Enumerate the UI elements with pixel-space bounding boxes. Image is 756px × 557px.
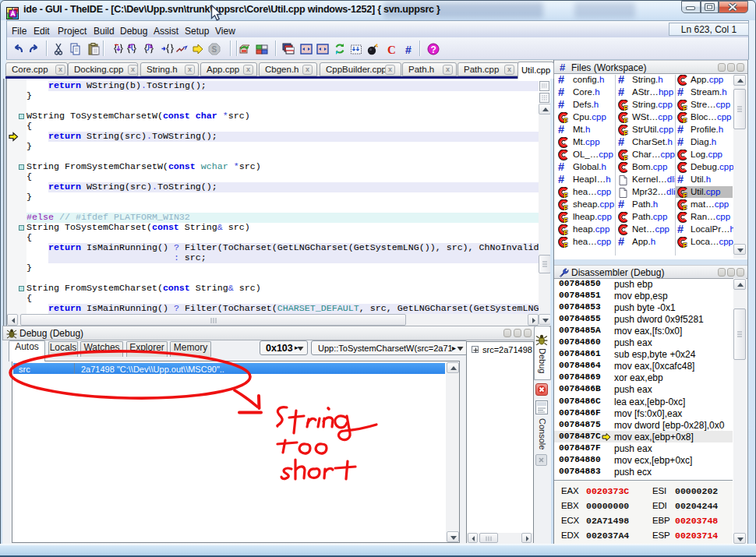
svg-text:F: F — [683, 104, 687, 111]
svg-text:F: F — [683, 117, 687, 124]
svg-text:F: F — [683, 241, 687, 249]
svg-text:F: F — [683, 192, 687, 199]
svg-text:F: F — [563, 204, 567, 211]
svg-text:C: C — [387, 44, 396, 55]
svg-text:?: ? — [431, 44, 436, 55]
svg-text:F: F — [624, 154, 627, 161]
svg-text:F: F — [563, 241, 567, 249]
svg-text:F: F — [624, 104, 627, 111]
svg-text:F: F — [624, 117, 627, 124]
svg-text:F: F — [624, 129, 627, 136]
svg-text:#: # — [405, 44, 412, 56]
svg-text:S: S — [212, 45, 217, 54]
svg-text:F: F — [563, 217, 567, 224]
svg-text:F: F — [563, 192, 567, 199]
svg-text:F: F — [563, 117, 567, 124]
svg-text:F: F — [563, 229, 567, 236]
svg-text:F: F — [683, 204, 687, 211]
